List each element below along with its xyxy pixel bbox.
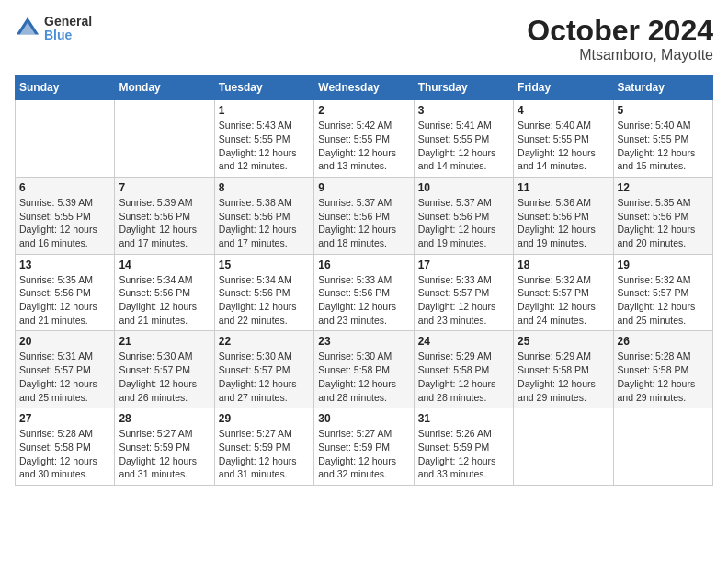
calendar-title: October 2024	[527, 15, 713, 47]
day-number: 9	[318, 181, 409, 194]
day-info: Sunrise: 5:28 AM Sunset: 5:58 PM Dayligh…	[19, 427, 110, 481]
day-number: 17	[418, 259, 509, 271]
day-number: 8	[219, 181, 310, 194]
day-number: 25	[518, 335, 609, 348]
calendar-cell: 13Sunrise: 5:35 AM Sunset: 5:56 PM Dayli…	[16, 254, 115, 331]
day-number: 21	[119, 335, 210, 348]
calendar-cell: 23Sunrise: 5:30 AM Sunset: 5:58 PM Dayli…	[314, 331, 414, 408]
calendar-table: SundayMondayTuesdayWednesdayThursdayFrid…	[15, 75, 713, 486]
calendar-cell	[16, 100, 115, 178]
day-number: 28	[119, 412, 210, 425]
day-info: Sunrise: 5:39 AM Sunset: 5:56 PM Dayligh…	[119, 196, 210, 250]
day-number: 1	[219, 104, 310, 117]
day-info: Sunrise: 5:32 AM Sunset: 5:57 PM Dayligh…	[518, 273, 609, 327]
day-number: 20	[19, 335, 110, 348]
day-number: 26	[618, 335, 709, 348]
column-header-monday: Monday	[115, 75, 214, 100]
logo-line1: General	[44, 15, 92, 29]
day-number: 13	[19, 259, 110, 271]
day-info: Sunrise: 5:37 AM Sunset: 5:56 PM Dayligh…	[318, 196, 409, 250]
column-header-thursday: Thursday	[414, 75, 513, 100]
day-number: 11	[518, 181, 609, 194]
day-info: Sunrise: 5:40 AM Sunset: 5:55 PM Dayligh…	[518, 119, 609, 173]
week-row-2: 6Sunrise: 5:39 AM Sunset: 5:55 PM Daylig…	[16, 177, 713, 254]
calendar-cell: 1Sunrise: 5:43 AM Sunset: 5:55 PM Daylig…	[214, 100, 313, 178]
calendar-cell: 25Sunrise: 5:29 AM Sunset: 5:58 PM Dayli…	[514, 331, 613, 408]
day-number: 23	[318, 335, 409, 348]
day-number: 2	[318, 104, 409, 117]
day-info: Sunrise: 5:42 AM Sunset: 5:55 PM Dayligh…	[318, 119, 409, 173]
column-header-friday: Friday	[514, 75, 613, 100]
day-number: 19	[618, 259, 709, 271]
column-header-wednesday: Wednesday	[314, 75, 414, 100]
calendar-cell: 19Sunrise: 5:32 AM Sunset: 5:57 PM Dayli…	[613, 254, 712, 331]
day-number: 3	[418, 104, 509, 117]
day-number: 18	[518, 259, 609, 271]
day-info: Sunrise: 5:28 AM Sunset: 5:58 PM Dayligh…	[618, 350, 709, 404]
column-header-sunday: Sunday	[16, 75, 115, 100]
calendar-cell: 5Sunrise: 5:40 AM Sunset: 5:55 PM Daylig…	[613, 100, 712, 178]
day-info: Sunrise: 5:29 AM Sunset: 5:58 PM Dayligh…	[418, 350, 509, 404]
calendar-cell: 9Sunrise: 5:37 AM Sunset: 5:56 PM Daylig…	[314, 177, 414, 254]
day-number: 30	[318, 412, 409, 425]
calendar-cell: 31Sunrise: 5:26 AM Sunset: 5:59 PM Dayli…	[414, 408, 513, 486]
calendar-cell: 10Sunrise: 5:37 AM Sunset: 5:56 PM Dayli…	[414, 177, 513, 254]
day-info: Sunrise: 5:34 AM Sunset: 5:56 PM Dayligh…	[219, 273, 310, 327]
calendar-cell: 18Sunrise: 5:32 AM Sunset: 5:57 PM Dayli…	[514, 254, 613, 331]
day-info: Sunrise: 5:33 AM Sunset: 5:57 PM Dayligh…	[418, 273, 509, 327]
day-number: 15	[219, 259, 310, 271]
day-number: 14	[119, 259, 210, 271]
day-number: 31	[418, 412, 509, 425]
calendar-cell: 28Sunrise: 5:27 AM Sunset: 5:59 PM Dayli…	[115, 408, 214, 486]
day-info: Sunrise: 5:30 AM Sunset: 5:58 PM Dayligh…	[318, 350, 409, 404]
calendar-cell: 11Sunrise: 5:36 AM Sunset: 5:56 PM Dayli…	[514, 177, 613, 254]
calendar-cell: 30Sunrise: 5:27 AM Sunset: 5:59 PM Dayli…	[314, 408, 414, 486]
title-block: October 2024 Mtsamboro, Mayotte	[527, 15, 713, 63]
calendar-cell: 4Sunrise: 5:40 AM Sunset: 5:55 PM Daylig…	[514, 100, 613, 178]
day-number: 6	[19, 181, 110, 194]
calendar-cell: 15Sunrise: 5:34 AM Sunset: 5:56 PM Dayli…	[214, 254, 313, 331]
day-number: 29	[219, 412, 310, 425]
day-info: Sunrise: 5:41 AM Sunset: 5:55 PM Dayligh…	[418, 119, 509, 173]
day-number: 16	[318, 259, 409, 271]
day-number: 27	[19, 412, 110, 425]
calendar-cell: 12Sunrise: 5:35 AM Sunset: 5:56 PM Dayli…	[613, 177, 712, 254]
day-number: 22	[219, 335, 310, 348]
day-info: Sunrise: 5:27 AM Sunset: 5:59 PM Dayligh…	[119, 427, 210, 481]
calendar-header-row: SundayMondayTuesdayWednesdayThursdayFrid…	[16, 75, 713, 100]
calendar-cell: 8Sunrise: 5:38 AM Sunset: 5:56 PM Daylig…	[214, 177, 313, 254]
calendar-cell: 16Sunrise: 5:33 AM Sunset: 5:56 PM Dayli…	[314, 254, 414, 331]
day-info: Sunrise: 5:26 AM Sunset: 5:59 PM Dayligh…	[418, 427, 509, 481]
logo-icon	[15, 16, 40, 41]
day-number: 10	[418, 181, 509, 194]
day-info: Sunrise: 5:30 AM Sunset: 5:57 PM Dayligh…	[219, 350, 310, 404]
week-row-1: 1Sunrise: 5:43 AM Sunset: 5:55 PM Daylig…	[16, 100, 713, 178]
day-info: Sunrise: 5:39 AM Sunset: 5:55 PM Dayligh…	[19, 196, 110, 250]
day-info: Sunrise: 5:31 AM Sunset: 5:57 PM Dayligh…	[19, 350, 110, 404]
day-info: Sunrise: 5:29 AM Sunset: 5:58 PM Dayligh…	[518, 350, 609, 404]
calendar-cell: 20Sunrise: 5:31 AM Sunset: 5:57 PM Dayli…	[16, 331, 115, 408]
calendar-cell: 26Sunrise: 5:28 AM Sunset: 5:58 PM Dayli…	[613, 331, 712, 408]
calendar-cell: 17Sunrise: 5:33 AM Sunset: 5:57 PM Dayli…	[414, 254, 513, 331]
day-number: 4	[518, 104, 609, 117]
day-info: Sunrise: 5:33 AM Sunset: 5:56 PM Dayligh…	[318, 273, 409, 327]
day-info: Sunrise: 5:40 AM Sunset: 5:55 PM Dayligh…	[618, 119, 709, 173]
logo-line2: Blue	[44, 29, 92, 42]
calendar-cell: 3Sunrise: 5:41 AM Sunset: 5:55 PM Daylig…	[414, 100, 513, 178]
day-info: Sunrise: 5:27 AM Sunset: 5:59 PM Dayligh…	[318, 427, 409, 481]
calendar-cell: 24Sunrise: 5:29 AM Sunset: 5:58 PM Dayli…	[414, 331, 513, 408]
day-number: 12	[618, 181, 709, 194]
calendar-cell: 21Sunrise: 5:30 AM Sunset: 5:57 PM Dayli…	[115, 331, 214, 408]
day-info: Sunrise: 5:34 AM Sunset: 5:56 PM Dayligh…	[119, 273, 210, 327]
page-header: General Blue October 2024 Mtsamboro, May…	[15, 15, 713, 63]
week-row-3: 13Sunrise: 5:35 AM Sunset: 5:56 PM Dayli…	[16, 254, 713, 331]
calendar-cell: 22Sunrise: 5:30 AM Sunset: 5:57 PM Dayli…	[214, 331, 313, 408]
day-number: 5	[618, 104, 709, 117]
calendar-cell: 29Sunrise: 5:27 AM Sunset: 5:59 PM Dayli…	[214, 408, 313, 486]
column-header-saturday: Saturday	[613, 75, 712, 100]
day-info: Sunrise: 5:32 AM Sunset: 5:57 PM Dayligh…	[618, 273, 709, 327]
calendar-cell	[613, 408, 712, 486]
day-info: Sunrise: 5:36 AM Sunset: 5:56 PM Dayligh…	[518, 196, 609, 250]
logo: General Blue	[15, 15, 92, 43]
calendar-subtitle: Mtsamboro, Mayotte	[527, 47, 713, 63]
